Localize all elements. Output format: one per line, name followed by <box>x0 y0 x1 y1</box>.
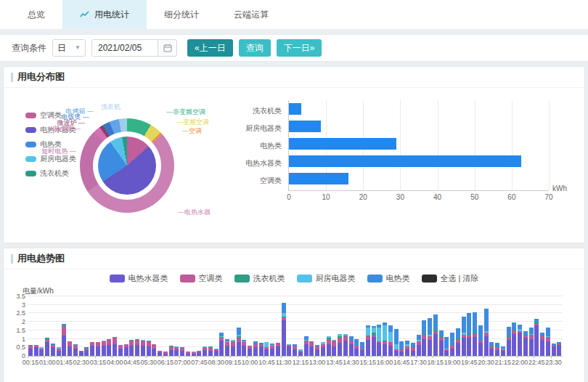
trend-bar-segment[interactable] <box>428 340 432 356</box>
trend-bar[interactable] <box>399 341 404 356</box>
trend-bar-segment[interactable] <box>231 346 235 356</box>
trend-bar-segment[interactable] <box>264 342 269 347</box>
trend-bar[interactable] <box>158 351 162 356</box>
trend-legend-item[interactable]: 空调类 <box>180 273 223 284</box>
trend-bar-segment[interactable] <box>102 346 106 356</box>
trend-bar-segment[interactable] <box>405 349 409 356</box>
trend-bar-segment[interactable] <box>107 340 111 345</box>
trend-bar-segment[interactable] <box>73 349 78 357</box>
trend-bar[interactable] <box>489 342 494 356</box>
trend-bar-segment[interactable] <box>399 351 404 356</box>
trend-bar-segment[interactable] <box>129 346 134 356</box>
trend-bar[interactable] <box>169 346 173 356</box>
trend-bar-segment[interactable] <box>79 351 83 356</box>
trend-bar[interactable] <box>225 339 229 356</box>
trend-bar-segment[interactable] <box>270 349 274 357</box>
trend-bar-segment[interactable] <box>113 344 117 356</box>
trend-bar-segment[interactable] <box>129 341 134 346</box>
bar-空调类[interactable] <box>289 173 348 184</box>
trend-bar[interactable] <box>51 344 55 356</box>
trend-bar-segment[interactable] <box>417 335 421 340</box>
trend-bar[interactable] <box>405 341 409 356</box>
trend-bar[interactable] <box>552 344 556 356</box>
trend-bar[interactable] <box>62 324 66 356</box>
trend-bar-segment[interactable] <box>332 341 336 346</box>
trend-bar[interactable] <box>293 344 297 356</box>
trend-bar[interactable] <box>282 303 286 356</box>
trend-bar-segment[interactable] <box>298 352 303 356</box>
trend-bar-segment[interactable] <box>417 345 421 356</box>
trend-bar[interactable] <box>388 325 393 356</box>
trend-bar[interactable] <box>349 336 354 356</box>
trend-bar-segment[interactable] <box>135 345 139 356</box>
trend-bar[interactable] <box>377 325 381 356</box>
trend-bar-segment[interactable] <box>203 350 207 356</box>
trend-bar[interactable] <box>219 333 224 356</box>
trend-bar[interactable] <box>147 341 151 356</box>
trend-bar[interactable] <box>264 342 269 356</box>
trend-bar-segment[interactable] <box>456 328 460 338</box>
trend-bar-segment[interactable] <box>51 347 55 356</box>
trend-bar-segment[interactable] <box>507 340 511 356</box>
trend-bar[interactable] <box>90 342 94 356</box>
trend-bar-segment[interactable] <box>388 325 393 332</box>
trend-bar-segment[interactable] <box>450 349 454 357</box>
trend-bar[interactable] <box>107 339 111 356</box>
trend-bar-segment[interactable] <box>534 325 539 356</box>
trend-bar-segment[interactable] <box>439 330 444 336</box>
trend-bar-segment[interactable] <box>557 345 561 356</box>
calendar-icon[interactable] <box>158 40 176 56</box>
trend-bar[interactable] <box>304 336 309 356</box>
trend-bar-segment[interactable] <box>366 340 370 356</box>
trend-bar-segment[interactable] <box>383 325 387 341</box>
trend-bar[interactable] <box>557 342 561 356</box>
trend-bar-segment[interactable] <box>411 351 415 356</box>
trend-bar-segment[interactable] <box>147 341 151 346</box>
trend-bar-segment[interactable] <box>124 347 128 356</box>
trend-bar-segment[interactable] <box>327 344 331 356</box>
trend-bar-segment[interactable] <box>237 328 241 334</box>
trend-bar-segment[interactable] <box>473 337 477 356</box>
search-button[interactable]: 查询 <box>239 39 271 57</box>
trend-bar-segment[interactable] <box>118 349 123 357</box>
trend-bar-segment[interactable] <box>372 328 376 333</box>
trend-bar[interactable] <box>174 346 179 356</box>
trend-bar-segment[interactable] <box>529 328 534 333</box>
trend-bar-segment[interactable] <box>62 326 66 336</box>
trend-bar[interactable] <box>444 337 449 356</box>
trend-bar-segment[interactable] <box>180 351 184 356</box>
trend-bar-segment[interactable] <box>507 327 511 336</box>
trend-bar[interactable] <box>124 344 128 356</box>
trend-bar[interactable] <box>394 329 399 356</box>
trend-bar[interactable] <box>276 343 280 356</box>
trend-bar[interactable] <box>45 338 49 356</box>
trend-bar[interactable] <box>84 347 89 356</box>
trend-bar[interactable] <box>231 340 235 356</box>
trend-bar[interactable] <box>197 351 201 356</box>
trend-bar[interactable] <box>546 328 550 356</box>
trend-bar[interactable] <box>473 312 477 356</box>
trend-bar-segment[interactable] <box>84 350 89 356</box>
trend-bar-segment[interactable] <box>282 303 286 313</box>
trend-bar-segment[interactable] <box>366 328 370 336</box>
trend-bar[interactable] <box>428 318 432 356</box>
trend-bar[interactable] <box>96 342 100 356</box>
trend-bar[interactable] <box>259 343 264 356</box>
trend-bar-segment[interactable] <box>343 341 348 356</box>
trend-bar-segment[interactable] <box>242 346 246 356</box>
trend-bar[interactable] <box>433 314 438 356</box>
trend-bar-segment[interactable] <box>399 341 404 349</box>
trend-bar-segment[interactable] <box>360 342 364 348</box>
trend-bar[interactable] <box>540 333 544 356</box>
trend-bar-segment[interactable] <box>489 349 494 357</box>
trend-bar-segment[interactable] <box>354 349 359 357</box>
trend-bar-segment[interactable] <box>293 349 297 356</box>
trend-bar-segment[interactable] <box>388 332 393 342</box>
trend-bar[interactable] <box>321 342 325 356</box>
trend-bar-segment[interactable] <box>253 347 258 356</box>
trend-bar-segment[interactable] <box>39 350 44 356</box>
trend-legend-item[interactable]: 电热类 <box>367 273 410 284</box>
trend-bar[interactable] <box>57 347 61 356</box>
trend-bar-segment[interactable] <box>377 328 381 341</box>
trend-bar-segment[interactable] <box>444 351 449 356</box>
